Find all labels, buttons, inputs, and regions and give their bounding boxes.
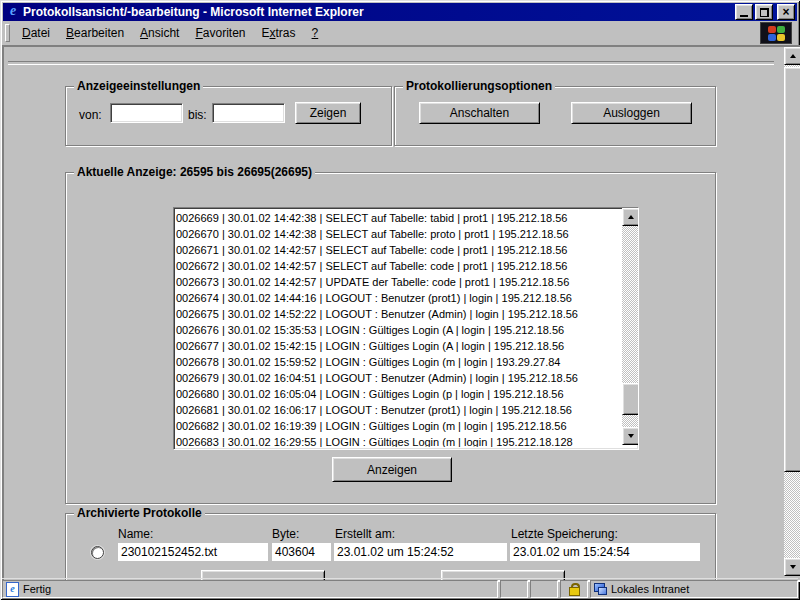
column-header-byte: Byte:	[272, 527, 299, 541]
status-pane-empty-1	[500, 580, 528, 598]
status-text: Fertig	[23, 583, 51, 595]
anzeigen-button[interactable]: Anzeigen	[332, 457, 452, 482]
title-bar: e Protokollsansicht/-bearbeitung - Micro…	[3, 3, 797, 21]
column-header-name: Name:	[118, 527, 153, 541]
log-entry[interactable]: 0026671 | 30.01.02 14:42:57 | SELECT auf…	[176, 242, 620, 258]
page-content: Anzeigeeinstellungen von: bis: Zeigen Pr…	[2, 45, 800, 582]
log-entry[interactable]: 0026673 | 30.01.02 14:42:57 | UPDATE der…	[176, 274, 620, 290]
scroll-up-button[interactable]	[622, 208, 639, 226]
scroll-down-button[interactable]	[622, 427, 639, 445]
page-scrollbar-thumb[interactable]	[784, 67, 800, 472]
arrow-up-icon	[628, 215, 634, 219]
menu-items: Datei Bearbeiten Ansicht Favoriten Extra…	[14, 22, 326, 44]
restore-button[interactable]	[755, 4, 773, 20]
zeigen-button[interactable]: Zeigen	[295, 102, 361, 124]
archived-byte-cell: 403604	[272, 543, 331, 561]
archived-created-cell: 23.01.02 um 15:24:52	[334, 543, 507, 561]
log-entry[interactable]: 0026679 | 30.01.02 16:04:51 | LOGOUT : B…	[176, 370, 620, 386]
from-input[interactable]	[110, 103, 183, 123]
internet-explorer-icon: e	[6, 5, 20, 19]
current-view-legend: Aktuelle Anzeige: 26595 bis 26695(26695)	[74, 165, 315, 179]
zone-text: Lokales Intranet	[611, 583, 689, 595]
status-pane-empty-2	[530, 580, 558, 598]
archived-saved-cell: 23.01.02 um 15:24:54	[510, 543, 700, 561]
log-entry[interactable]: 0026678 | 30.01.02 15:59:52 | LOGIN : Gü…	[176, 354, 620, 370]
page-scrollbar-track[interactable]	[784, 65, 800, 558]
restore-icon	[760, 8, 769, 17]
archived-protocols-fieldset: Archivierte Protokolle Name: Byte: Erste…	[65, 513, 716, 582]
log-entry[interactable]: 0026682 | 30.01.02 16:19:39 | LOGIN : Gü…	[176, 418, 620, 434]
to-input[interactable]	[212, 103, 285, 123]
logging-options-fieldset: Protokollierungsoptionen Anschalten Ausl…	[394, 86, 716, 146]
ausloggen-button[interactable]: Ausloggen	[571, 102, 692, 124]
menu-bar: Datei Bearbeiten Ansicht Favoriten Extra…	[3, 22, 797, 44]
logging-options-legend: Protokollierungsoptionen	[403, 79, 555, 93]
menu-item[interactable]: ?	[304, 23, 327, 43]
arrow-down-icon	[790, 565, 796, 569]
status-pane-main: e Fertig	[2, 580, 498, 598]
minimize-button[interactable]	[735, 4, 753, 20]
column-header-saved: Letzte Speicherung:	[511, 527, 618, 541]
intranet-zone-icon	[594, 583, 607, 595]
close-icon: ×	[782, 7, 789, 17]
menu-item[interactable]: Datei	[14, 23, 58, 43]
log-listbox[interactable]: 0026669 | 30.01.02 14:42:38 | SELECT auf…	[173, 207, 639, 450]
menu-item[interactable]: Ansicht	[132, 23, 187, 43]
status-pane-security	[560, 580, 588, 598]
flag-red	[768, 26, 776, 33]
flag-blue	[768, 34, 776, 41]
menu-item[interactable]: Bearbeiten	[58, 23, 132, 43]
current-view-fieldset: Aktuelle Anzeige: 26595 bis 26695(26695)…	[65, 172, 716, 504]
log-entry[interactable]: 0026681 | 30.01.02 16:06:17 | LOGOUT : B…	[176, 402, 620, 418]
archived-protocols-legend: Archivierte Protokolle	[74, 506, 205, 520]
close-button[interactable]: ×	[777, 4, 795, 20]
ie-document-icon: e	[6, 582, 19, 597]
display-settings-legend: Anzeigeeinstellungen	[74, 79, 203, 93]
minimize-icon	[740, 15, 748, 17]
menu-grip-handle[interactable]	[5, 24, 10, 42]
archived-row-radio[interactable]	[91, 546, 104, 559]
from-label: von:	[79, 108, 102, 122]
listbox-scrollbar[interactable]	[622, 208, 638, 445]
horizontal-rule	[8, 61, 774, 65]
log-entry[interactable]: 0026669 | 30.01.02 14:42:38 | SELECT auf…	[176, 210, 620, 226]
flag-yellow	[777, 34, 785, 41]
column-header-created: Erstellt am:	[335, 527, 395, 541]
log-entry[interactable]: 0026677 | 30.01.02 15:42:15 | LOGIN : Gü…	[176, 338, 620, 354]
scrollbar-thumb[interactable]	[622, 383, 639, 415]
page-scroll-down-button[interactable]	[784, 558, 800, 576]
window-title: Protokollsansicht/-bearbeitung - Microso…	[23, 5, 733, 19]
log-entry[interactable]: 0026672 | 30.01.02 14:42:57 | SELECT auf…	[176, 258, 620, 274]
log-entry[interactable]: 0026674 | 30.01.02 14:44:16 | LOGOUT : B…	[176, 290, 620, 306]
arrow-down-icon	[628, 434, 634, 438]
status-bar: e Fertig Lokales Intranet	[2, 578, 798, 598]
to-label: bis:	[188, 108, 207, 122]
ie-throbber-logo	[760, 22, 792, 44]
log-entry[interactable]: 0026670 | 30.01.02 14:42:38 | SELECT auf…	[176, 226, 620, 242]
log-entry[interactable]: 0026675 | 30.01.02 14:52:22 | LOGOUT : B…	[176, 306, 620, 322]
menu-item[interactable]: Extras	[254, 23, 304, 43]
anschalten-button[interactable]: Anschalten	[419, 102, 540, 124]
page-scroll-up-button[interactable]	[784, 47, 800, 65]
status-pane-zone: Lokales Intranet	[590, 580, 798, 598]
log-entry[interactable]: 0026676 | 30.01.02 15:35:53 | LOGIN : Gü…	[176, 322, 620, 338]
scrollbar-track[interactable]	[622, 226, 638, 427]
page-scrollbar[interactable]	[784, 47, 800, 576]
archived-name-cell: 230102152452.txt	[118, 543, 268, 561]
flag-green	[777, 26, 785, 33]
log-entry[interactable]: 0026680 | 30.01.02 16:05:04 | LOGIN : Gü…	[176, 386, 620, 402]
arrow-up-icon	[790, 54, 796, 58]
display-settings-fieldset: Anzeigeeinstellungen von: bis: Zeigen	[65, 86, 392, 146]
lock-icon	[569, 583, 580, 596]
log-lines: 0026669 | 30.01.02 14:42:38 | SELECT auf…	[176, 210, 620, 447]
menu-item[interactable]: Favoriten	[187, 23, 253, 43]
log-entry[interactable]: 0026683 | 30.01.02 16:29:55 | LOGIN : Gü…	[176, 434, 620, 447]
